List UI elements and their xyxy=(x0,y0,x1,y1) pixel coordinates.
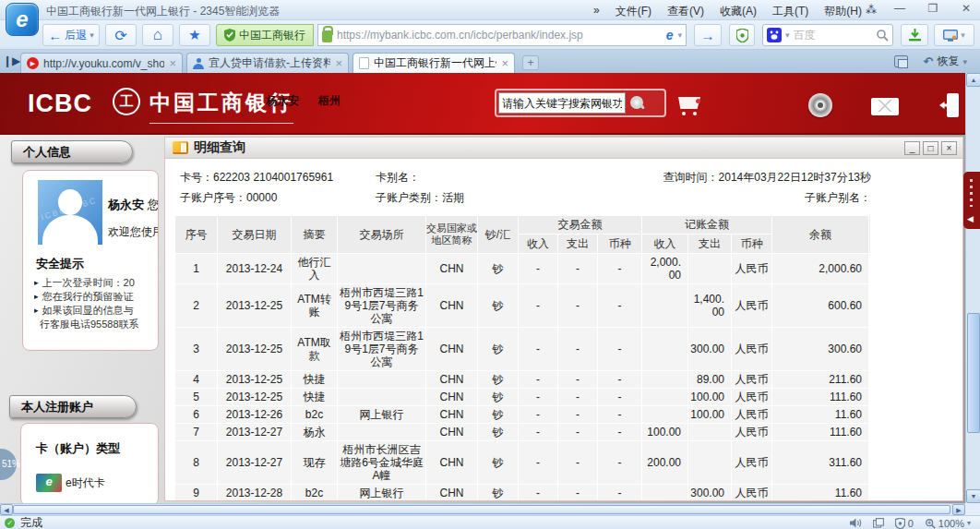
horizontal-scrollbar[interactable]: ◀ ▶ xyxy=(0,503,965,515)
url-dropdown-icon[interactable]: ▾ xyxy=(677,30,682,40)
url-input[interactable] xyxy=(337,29,662,42)
baidu-paw-icon[interactable] xyxy=(767,28,782,42)
refresh-button[interactable]: ⟳ xyxy=(105,24,137,46)
tab-list-icon[interactable] xyxy=(894,55,908,67)
skin-icon[interactable]: ⁂ xyxy=(866,4,877,17)
query-time-value: 2014年03月22日12时37分13秒 xyxy=(719,171,871,184)
security-tips-list: ▸上一次登录时间：20 ▸您在我行的预留验证 ▸如果该回显的信息与 行客服电话9… xyxy=(34,276,159,331)
web-search-box[interactable]: ▾ xyxy=(762,24,893,46)
scroll-left-button[interactable]: ◀ xyxy=(0,504,13,515)
back-dropdown-icon[interactable]: ▾ xyxy=(90,30,94,40)
web-search-input[interactable] xyxy=(794,29,872,42)
panel-minimize-button[interactable]: _ xyxy=(904,141,920,155)
table-cell: CHN xyxy=(426,371,478,388)
account-info-row-1: 卡号：622203 2104001765961 卡别名： 查询时间：2014年0… xyxy=(165,170,962,188)
tab-close-icon[interactable]: × xyxy=(335,56,342,70)
menu-favorites[interactable]: 收藏(A) xyxy=(720,4,757,19)
restore-window-button[interactable]: ❐ xyxy=(923,2,943,18)
personal-info-panel-header[interactable]: 个人信息 xyxy=(11,140,133,163)
zoom-dropdown-icon[interactable]: ▾ xyxy=(967,519,971,527)
page-icon xyxy=(359,57,369,69)
panel-close-button[interactable]: × xyxy=(941,141,957,155)
security-tip-continued: 行客服电话95588联系 xyxy=(34,318,159,331)
new-tab-button[interactable]: + xyxy=(522,55,539,70)
menu-view[interactable]: 查看(V) xyxy=(667,4,704,19)
bank-search-magnifier-icon[interactable] xyxy=(629,95,645,111)
horizontal-scroll-thumb[interactable] xyxy=(13,505,950,514)
tab-icbc-active[interactable]: 中国工商银行新一代网上银行 × xyxy=(353,53,515,73)
zoom-control[interactable]: 100% ▾ xyxy=(925,518,971,529)
logout-icon[interactable] xyxy=(939,93,962,117)
panel-maximize-button[interactable]: □ xyxy=(923,141,938,155)
home-button[interactable]: ⌂ xyxy=(142,24,173,46)
back-button[interactable]: ← 后退 ▾ xyxy=(42,24,100,46)
search-engine-dropdown-icon[interactable]: ▾ xyxy=(785,30,790,40)
table-cell xyxy=(642,371,688,388)
table-cell: 2013-12-25 xyxy=(218,371,292,388)
avatar: ICBC ICBC xyxy=(38,180,102,245)
collapsed-panel-handle[interactable]: ◀ xyxy=(963,172,980,229)
table-cell: 1,400.00 xyxy=(688,284,732,327)
menubar: » 文件(F) 查看(V) 收藏(A) 工具(T) 帮助(H) xyxy=(593,4,862,19)
col-header-date: 交易日期 xyxy=(218,216,292,253)
handle-dots xyxy=(970,179,973,207)
account-item-e-card[interactable]: e e时代卡 xyxy=(36,474,158,492)
tab-close-icon[interactable]: × xyxy=(501,56,508,70)
table-cell: 杨永 xyxy=(292,424,338,440)
table-cell: 快捷 xyxy=(292,389,338,405)
menu-file[interactable]: 文件(F) xyxy=(615,4,651,19)
sub-header-expense: 支出 xyxy=(688,234,732,253)
mail-icon[interactable] xyxy=(871,98,899,115)
site-identity-badge[interactable]: 中国工商银行 xyxy=(216,24,314,46)
col-header-summary: 摘要 xyxy=(292,216,338,253)
scroll-up-button[interactable]: ▲ xyxy=(966,73,980,87)
card-no-label: 卡号： xyxy=(180,171,213,184)
vertical-scroll-thumb[interactable] xyxy=(967,313,980,433)
tab-title: http://v.youku.com/v_sho... xyxy=(43,57,164,70)
restore-closed-tabs-button[interactable]: ↶ 恢复 ▾ xyxy=(924,54,967,69)
table-cell: 111.60 xyxy=(772,389,869,405)
mute-button[interactable] xyxy=(850,518,862,528)
tab-close-icon[interactable]: × xyxy=(169,56,176,70)
scroll-down-button[interactable]: ▼ xyxy=(966,489,980,503)
favorites-button[interactable]: ★ xyxy=(179,24,210,46)
tab-youku[interactable]: ▶ http://v.youku.com/v_sho... × xyxy=(20,53,183,73)
security-shield-button[interactable] xyxy=(729,24,755,46)
tab-yirendai[interactable]: 宜人贷申请借款-上传资料证明 × xyxy=(186,53,349,73)
ad-block-counter[interactable]: 0 xyxy=(895,518,914,529)
group-transaction-amount: 交易金额 收入 支出 币种 xyxy=(519,216,642,253)
search-magnifier-icon[interactable] xyxy=(876,29,889,42)
page-layers-button[interactable] xyxy=(873,518,884,528)
statusbar: ✓ 完成 0 100% ▾ xyxy=(0,515,980,529)
go-button[interactable]: → xyxy=(694,24,722,46)
address-bar[interactable]: e ▾ xyxy=(317,24,687,46)
registered-accounts-card: 卡（账户）类型 e e时代卡 xyxy=(20,423,159,506)
vertical-scrollbar[interactable]: ▲ ▼ xyxy=(965,73,980,503)
restore-dropdown-icon[interactable]: ▾ xyxy=(962,57,967,66)
menu-overflow-icon[interactable]: » xyxy=(593,4,600,19)
registered-accounts-panel-header[interactable]: 本人注册账户 xyxy=(9,395,137,418)
ie-compat-icon[interactable]: e xyxy=(666,28,674,42)
screenshot-button[interactable]: ▾ xyxy=(934,24,974,46)
download-button[interactable] xyxy=(901,24,928,46)
adblock-count: 0 xyxy=(908,518,914,529)
screenshot-dropdown-icon[interactable]: ▾ xyxy=(961,30,965,40)
record-icon[interactable] xyxy=(808,93,832,117)
cart-icon[interactable] xyxy=(676,95,706,115)
e-card-icon: e xyxy=(36,474,62,492)
minimize-button[interactable]: — xyxy=(890,2,910,18)
table-cell: 2013-12-25 xyxy=(218,389,292,405)
table-cell: 2013-12-27 xyxy=(218,424,292,440)
table-cell: CHN xyxy=(426,284,478,327)
bank-function-search[interactable] xyxy=(495,89,666,117)
table-cell: ATM转账 xyxy=(292,284,338,327)
menu-help[interactable]: 帮助(H) xyxy=(824,4,862,19)
close-window-button[interactable]: ✕ xyxy=(956,2,976,18)
zoom-magnifier-icon xyxy=(925,518,936,529)
refresh-icon: ⟳ xyxy=(114,27,126,44)
scroll-right-button[interactable]: ▶ xyxy=(952,504,965,515)
background-pie-label: 51% xyxy=(2,459,20,469)
bank-search-input[interactable] xyxy=(498,92,626,114)
sidepanel-toggle-icon[interactable]: ❙▶ xyxy=(3,54,20,67)
menu-tools[interactable]: 工具(T) xyxy=(772,4,808,19)
